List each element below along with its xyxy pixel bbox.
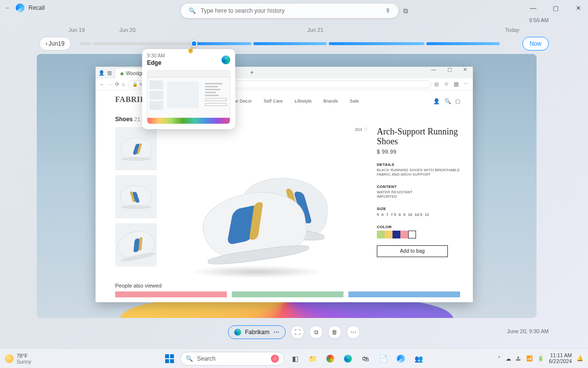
nav-home-icon: ⌂ <box>122 81 125 87</box>
inner-win-controls: —▢✕ <box>426 67 473 72</box>
start-button[interactable] <box>163 352 176 366</box>
breadcrumb-main: Shoes <box>115 116 133 123</box>
chrome-button[interactable] <box>323 352 337 366</box>
delete-button[interactable]: 🗑 <box>328 325 342 339</box>
product-price: $ 99.99 <box>377 149 460 155</box>
jump-prev-day-label: Jun19 <box>49 40 65 47</box>
swatch-3 <box>392 231 400 238</box>
weather-cond: Sunny <box>17 359 31 365</box>
clock[interactable]: 11:11 AM 6/22/2024 <box>549 353 572 364</box>
likes-count: 204♡ <box>355 127 368 132</box>
search-bar[interactable]: 🔍 🎙 <box>180 3 399 19</box>
thumbnail-3 <box>115 223 157 266</box>
more-icon: ⋯ <box>464 81 469 87</box>
content-text1: WATER RESISTANT <box>377 190 460 194</box>
open-in-app-button[interactable]: Fabrikam ⋯ <box>228 325 286 339</box>
chevron-left-icon: ‹ <box>46 40 48 47</box>
taskbar-search-label: Search <box>197 355 216 362</box>
tooltip-time: 9:30 AM <box>147 53 165 58</box>
tray-onedrive-icon[interactable]: ☁ <box>506 356 511 362</box>
account-icon: 👤 <box>433 98 440 105</box>
more-actions-button[interactable]: ⋯ <box>346 325 360 339</box>
jump-now-button[interactable]: Now <box>522 37 549 51</box>
size-head: SIZE <box>377 207 460 211</box>
close-button[interactable]: ✕ <box>568 0 588 16</box>
content-head: CONTENT <box>377 184 460 189</box>
content-text2: IMPORTED <box>377 194 460 199</box>
store-button[interactable]: 🛍 <box>359 352 372 366</box>
minimize-button[interactable]: — <box>523 0 543 16</box>
tray-connect-icon[interactable]: 🖧 <box>516 356 521 362</box>
also-viewed-title: People also viewed <box>115 283 460 289</box>
thumbnail-list <box>115 127 157 277</box>
taskbar-search-art-icon <box>271 355 279 363</box>
cursor-icon: ☝ <box>187 46 195 53</box>
tl-date-0: Jun 19 <box>69 27 85 33</box>
search-input[interactable] <box>201 3 380 18</box>
copy-button[interactable]: ⧉ <box>309 325 323 339</box>
new-tab-button: + <box>250 69 254 76</box>
mic-icon[interactable]: 🎙 <box>385 7 391 14</box>
jump-prev-day-button[interactable]: ‹ Jun19 <box>39 37 71 51</box>
nav-back-icon: ← <box>99 81 104 87</box>
clock-time: 11:11 AM <box>549 353 572 359</box>
explorer-button[interactable]: 📁 <box>306 352 319 366</box>
lock-icon: 🔒 <box>132 82 138 87</box>
heart-icon: ♡ <box>364 127 368 132</box>
crop-button[interactable]: ⛶ <box>291 325 304 339</box>
windows-logo-icon <box>165 354 174 363</box>
thumbnail-2 <box>115 175 157 218</box>
product-hero-image <box>173 134 335 275</box>
bag-icon: ▢ <box>455 98 460 105</box>
timeline-track[interactable] <box>80 42 514 45</box>
recall-button[interactable] <box>394 352 408 366</box>
product-title: Arch-Support Running Shoes <box>377 127 460 147</box>
notifications-icon[interactable]: 🔔 <box>577 355 583 362</box>
nav-fwd-icon: → <box>107 81 112 87</box>
back-button[interactable]: ← <box>3 4 13 11</box>
details-head: DETAILS <box>377 162 460 167</box>
app-title: Recall <box>28 4 45 11</box>
sun-icon <box>5 354 14 363</box>
tl-date-1: Jun 20 <box>120 27 136 33</box>
word-button[interactable]: 📄 <box>376 352 390 366</box>
swatch-4 <box>400 231 408 238</box>
nav-sale: Sale <box>350 99 359 104</box>
maximize-button[interactable]: ▢ <box>546 0 565 16</box>
snapshot-frame: 👤 ▥ ◆ Woodgrove Bank + —▢✕ ← → ⟳ ⌂ 🔒 htt… <box>37 54 537 318</box>
tl-date-3: Today <box>505 27 519 33</box>
add-to-bag-button: Add to bag <box>377 245 448 257</box>
chip-more-icon[interactable]: ⋯ <box>273 329 279 336</box>
weather-temp: 78°F <box>17 353 31 359</box>
store-search-icon: 🔍 <box>444 98 451 105</box>
also-viewed-row <box>115 291 460 297</box>
details-text: BLACK RUNNING SHOES WITH BREATHABLE FABR… <box>377 168 460 177</box>
thumbnail-1 <box>115 127 157 170</box>
teams-button[interactable]: 👥 <box>412 352 425 366</box>
tray-wifi-icon[interactable]: 📶 <box>526 355 533 362</box>
tooltip-thumbnail <box>147 70 230 124</box>
tooltip-app: Edge <box>147 59 165 66</box>
tracking-icon: ◎ <box>434 81 439 87</box>
tray-chevron-icon[interactable]: ˄ <box>498 356 501 362</box>
nav-lifestyle: Lifestyle <box>294 99 312 104</box>
clock-date: 6/22/2024 <box>549 359 572 365</box>
search-icon: 🔍 <box>189 7 196 14</box>
task-view-button[interactable]: ◧ <box>288 352 302 366</box>
snap-layouts-icon[interactable]: ⧉ <box>403 7 408 15</box>
weather-widget[interactable]: 78°F Sunny <box>5 353 31 365</box>
nav-refresh-icon: ⟳ <box>115 81 119 87</box>
edge-logo-icon <box>221 55 230 64</box>
edge-icon <box>234 329 241 336</box>
edge-button[interactable] <box>341 352 355 366</box>
tl-date-2: Jun 21 <box>307 27 323 33</box>
timeline-tooltip: 9:30 AM Edge <box>142 49 235 129</box>
profile-icon: 👤 <box>98 70 104 76</box>
snapshot-timestamp: June 20, 9:30 AM <box>507 328 549 334</box>
taskbar-search[interactable]: 🔍 Search <box>180 352 284 366</box>
tray-battery-icon[interactable]: 🔋 <box>538 355 544 362</box>
nav-self-care: Self Care <box>264 99 283 104</box>
workspace-icon: ▥ <box>107 70 112 76</box>
color-head: COLOR <box>377 225 460 229</box>
recall-logo-icon <box>16 3 24 12</box>
